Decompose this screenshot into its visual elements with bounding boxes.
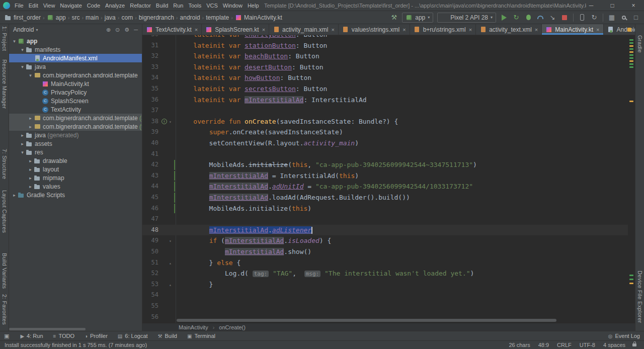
breadcrumb-item-mainactivity-kt[interactable]: MainActivity.kt	[234, 14, 283, 21]
toolwindow-toggle-icon[interactable]: ▣	[4, 333, 9, 339]
line-number[interactable]: 34	[142, 72, 158, 83]
line-number[interactable]: 32	[142, 51, 158, 62]
tab-textactivity-kt[interactable]: TextActivity.kt×	[142, 24, 202, 35]
close-button[interactable]: ×	[623, 0, 644, 11]
code-line-47[interactable]: 47	[142, 214, 628, 225]
code-line-52[interactable]: 52 Log.d( tag: "TAG", msg: "The intersti…	[142, 268, 628, 279]
tree-item-manifests[interactable]: ▾manifests	[9, 45, 142, 54]
code-line-32[interactable]: 32 lateinit var beachButton: Button	[142, 51, 628, 62]
close-icon[interactable]: ×	[331, 27, 334, 33]
tool-button-device-file-explorer[interactable]: Device File Explorer	[637, 271, 643, 323]
code-line-33[interactable]: 33 lateinit var desertButton: Button	[142, 62, 628, 73]
tree-item-assets[interactable]: ▸assets	[9, 139, 142, 148]
menu-help[interactable]: Help	[245, 0, 262, 11]
tool-button-2-favorites[interactable]: 2: Favorites	[2, 294, 8, 325]
build-project-button[interactable]: ⚒	[390, 13, 398, 22]
line-number[interactable]: 37	[142, 105, 158, 116]
fold-collapse-icon[interactable]: ▾	[169, 236, 172, 247]
menu-refactor[interactable]: Refactor	[127, 0, 153, 11]
breadcrumb-mainactivity[interactable]: MainActivity	[179, 324, 208, 330]
line-number[interactable]: 43	[142, 170, 158, 182]
line-number[interactable]: 30	[142, 35, 158, 40]
breadcrumb-item-com[interactable]: com	[121, 14, 133, 21]
menu-edit[interactable]: Edit	[26, 0, 41, 11]
line-number[interactable]: 56	[142, 312, 158, 323]
line-number[interactable]: 35	[142, 83, 158, 95]
code-line-43[interactable]: 43 mInterstitialAd = InterstitialAd(this…	[142, 170, 628, 182]
status-crlf[interactable]: CRLF	[557, 342, 572, 348]
tree-item-java[interactable]: ▾java	[9, 62, 142, 71]
code-line-31[interactable]: 31 lateinit var stationButton: Button	[142, 40, 628, 51]
tool-button-build[interactable]: ⚒Build	[158, 333, 177, 339]
line-number[interactable]: 41	[142, 149, 158, 160]
close-icon[interactable]: ×	[262, 27, 265, 33]
line-number[interactable]: 52	[142, 268, 158, 279]
code-line-42[interactable]: 42 MobileAds.initialize(this, "ca-app-pu…	[142, 159, 628, 170]
debug-button[interactable]	[524, 13, 532, 22]
line-number[interactable]: 49	[142, 235, 158, 246]
settings-gear-icon[interactable]: ⚙	[124, 27, 129, 33]
breadcrumb-item-main[interactable]: main	[85, 14, 99, 21]
status-utf-8[interactable]: UTF-8	[580, 342, 595, 348]
lock-icon[interactable]	[632, 343, 636, 346]
tree-item-mipmap[interactable]: ▸mipmap	[9, 173, 142, 182]
line-number[interactable]: 38	[142, 116, 158, 127]
line-number[interactable]: 53	[142, 279, 158, 290]
code-line-51[interactable]: 51▴ } else {	[142, 257, 628, 269]
code-line-41[interactable]: 41	[142, 149, 628, 160]
code-line-45[interactable]: 45 mInterstitialAd.loadAd(AdRequest.Buil…	[142, 192, 628, 203]
tool-button-6-logcat[interactable]: ▤6: Logcat	[118, 333, 148, 339]
profiler-button[interactable]	[536, 13, 544, 22]
maximize-button[interactable]: □	[602, 0, 623, 11]
menu-tools[interactable]: Tools	[186, 0, 204, 11]
code-line-30[interactable]: 30 lateinit var charityButton: Button	[142, 35, 628, 40]
close-icon[interactable]: ×	[596, 27, 599, 33]
menu-code[interactable]: Code	[85, 0, 103, 11]
line-number[interactable]: 47	[142, 214, 158, 225]
line-number[interactable]: 42	[142, 159, 158, 170]
tree-item-drawable[interactable]: ▸drawable	[9, 156, 142, 165]
fold-collapse-icon[interactable]: ▾	[169, 117, 172, 128]
code-line-55[interactable]: 55	[142, 301, 628, 312]
close-icon[interactable]: ×	[469, 27, 472, 33]
code-editor[interactable]: 30 lateinit var charityButton: Button31 …	[142, 35, 635, 323]
run-button[interactable]	[500, 13, 508, 22]
tab-b-ru-strings-xml[interactable]: b+ru\strings.xml×	[410, 24, 476, 35]
event-log-button[interactable]: ◎ Event Log	[608, 333, 640, 339]
close-icon[interactable]: ×	[535, 27, 538, 33]
breadcrumb-item-android[interactable]: android	[180, 14, 201, 21]
locate-file-icon[interactable]: ⊙	[115, 27, 120, 33]
fold-expand-icon[interactable]: ▴	[169, 280, 172, 291]
tree-item-textactivity[interactable]: TextActivity	[9, 105, 142, 114]
project-structure-button[interactable]: □	[632, 13, 640, 22]
inspections-widget[interactable]	[627, 28, 631, 32]
menu-analyze[interactable]: Analyze	[103, 0, 127, 11]
line-number[interactable]: 45	[142, 192, 158, 203]
breadcrumb-item-template[interactable]: template	[205, 14, 229, 21]
line-number[interactable]: 48	[142, 225, 158, 236]
tree-item-res[interactable]: ▾res	[9, 148, 142, 156]
line-number[interactable]: 46	[142, 203, 158, 214]
menu-file[interactable]: File	[12, 0, 26, 11]
tool-button-4-run[interactable]: ▶4: Run	[20, 333, 43, 339]
code-line-39[interactable]: 39 super.onCreate(savedInstanceState)	[142, 127, 628, 138]
close-icon[interactable]: ×	[403, 27, 406, 33]
line-number[interactable]: 51	[142, 257, 158, 269]
sdk-manager-button[interactable]: ▦	[608, 13, 616, 22]
project-view-selector[interactable]: Android ▾	[13, 26, 38, 33]
menu-view[interactable]: View	[41, 0, 58, 11]
breadcrumb-item-src[interactable]: src	[71, 14, 80, 21]
line-number[interactable]: 39	[142, 127, 158, 138]
code-line-34[interactable]: 34 lateinit var howButton: Button	[142, 72, 628, 83]
tree-item-gradle-scripts[interactable]: ▸Gradle Scripts	[9, 191, 142, 199]
code-line-50[interactable]: 50 mInterstitialAd.show()	[142, 246, 628, 257]
status-26-chars[interactable]: 26 chars	[509, 342, 530, 348]
error-stripe[interactable]	[628, 35, 635, 323]
tree-item-com-bignerdranch-android-template[interactable]: ▾com.bignerdranch.android.template	[9, 71, 142, 79]
stop-button[interactable]	[560, 13, 569, 22]
code-line-38[interactable]: 38↑▾ override fun onCreate(savedInstance…	[142, 116, 628, 127]
tree-item-splashscreen[interactable]: SplashScreen	[9, 97, 142, 105]
tool-button-build-variants[interactable]: Build Variants	[2, 253, 8, 289]
apply-changes-button[interactable]: ↻	[512, 13, 520, 22]
code-line-35[interactable]: 35 lateinit var secretsButton: Button	[142, 83, 628, 95]
